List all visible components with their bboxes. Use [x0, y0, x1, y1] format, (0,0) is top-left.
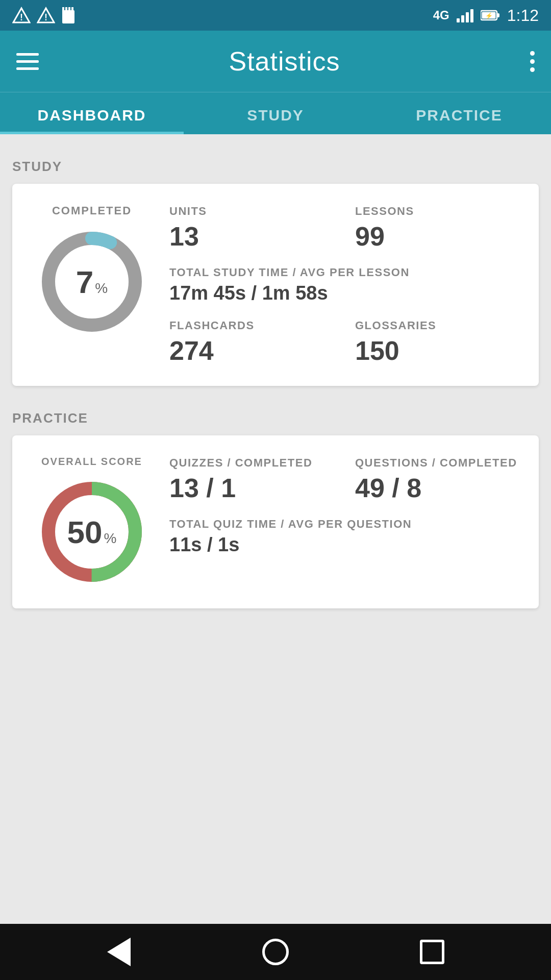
practice-donut-center: 50 % — [67, 513, 117, 550]
more-dot-2 — [530, 59, 535, 64]
practice-donut-wrapper: 50 % — [36, 476, 148, 588]
svg-rect-6 — [65, 7, 67, 12]
stat-questions: QUESTIONS / COMPLETED 49 / 8 — [355, 456, 520, 503]
stat-flashcards-value: 274 — [169, 336, 335, 365]
svg-rect-8 — [71, 7, 73, 12]
hamburger-line-1 — [16, 53, 39, 56]
stat-glossaries: GLOSSARIES 150 — [355, 318, 520, 365]
content-area: STUDY COMPLETED 7 % — [0, 134, 551, 924]
practice-section-label: PRACTICE — [12, 410, 539, 426]
study-donut-center: 7 % — [76, 264, 108, 300]
svg-rect-10 — [497, 13, 499, 17]
study-card: COMPLETED 7 % — [12, 184, 539, 386]
stat-study-time-label: TOTAL STUDY TIME / AVG PER LESSON — [169, 265, 520, 280]
status-bar: ! ! 4G ⚡ 1:12 — [0, 0, 551, 31]
app-bar: Statistics — [0, 31, 551, 92]
svg-text:!: ! — [44, 12, 47, 22]
svg-rect-5 — [62, 7, 64, 12]
stat-study-time-value: 17m 45s / 1m 58s — [169, 283, 520, 304]
tab-practice[interactable]: PRACTICE — [367, 92, 551, 134]
study-donut-container: COMPLETED 7 % — [31, 204, 153, 338]
stat-glossaries-value: 150 — [355, 336, 520, 365]
study-donut-wrapper: 7 % — [36, 226, 148, 338]
warning-icon-2: ! — [37, 6, 55, 24]
svg-text:⚡: ⚡ — [485, 12, 492, 19]
study-percent-value: 7 — [76, 264, 93, 300]
recents-button[interactable] — [417, 937, 447, 967]
back-triangle-icon — [107, 938, 131, 966]
signal-icon — [457, 8, 473, 22]
study-stats-grid: UNITS 13 LESSONS 99 TOTAL STUDY TIME / A… — [169, 204, 520, 365]
stat-quizzes: QUIZZES / COMPLETED 13 / 1 — [169, 456, 335, 503]
tab-dashboard[interactable]: DASHBOARD — [0, 92, 184, 134]
more-options-icon[interactable] — [530, 51, 535, 72]
stat-quizzes-value: 13 / 1 — [169, 474, 335, 503]
practice-stats-grid: QUIZZES / COMPLETED 13 / 1 QUESTIONS / C… — [169, 456, 520, 556]
back-button[interactable] — [104, 937, 134, 967]
svg-rect-7 — [68, 7, 70, 12]
stat-glossaries-label: GLOSSARIES — [355, 318, 520, 333]
stat-units: UNITS 13 — [169, 204, 335, 251]
page-title: Statistics — [229, 46, 340, 77]
svg-text:!: ! — [20, 12, 23, 22]
network-label: 4G — [433, 8, 449, 22]
stat-quizzes-label: QUIZZES / COMPLETED — [169, 456, 335, 471]
time-display: 1:12 — [507, 6, 539, 25]
practice-percent-sign: % — [104, 530, 117, 546]
hamburger-menu-icon[interactable] — [16, 53, 39, 70]
stat-lessons-value: 99 — [355, 222, 520, 251]
sd-card-icon — [61, 6, 76, 24]
stat-flashcards: FLASHCARDS 274 — [169, 318, 335, 365]
battery-icon: ⚡ — [481, 10, 500, 21]
tab-study[interactable]: STUDY — [184, 92, 367, 134]
status-bar-left: ! ! — [12, 6, 76, 24]
practice-card: OVERALL SCORE 50 % QUI — [12, 435, 539, 608]
stat-units-label: UNITS — [169, 204, 335, 219]
stat-quiz-time-value: 11s / 1s — [169, 534, 520, 556]
stat-quiz-time: TOTAL QUIZ TIME / AVG PER QUESTION 11s /… — [169, 517, 520, 556]
more-dot-3 — [530, 67, 535, 72]
stat-units-value: 13 — [169, 222, 335, 251]
practice-donut-label: OVERALL SCORE — [41, 456, 142, 468]
home-circle-icon — [262, 939, 289, 965]
stat-lessons: LESSONS 99 — [355, 204, 520, 251]
practice-donut-container: OVERALL SCORE 50 % — [31, 456, 153, 588]
warning-icon-1: ! — [12, 6, 31, 24]
stat-questions-value: 49 / 8 — [355, 474, 520, 503]
stat-lessons-label: LESSONS — [355, 204, 520, 219]
more-dot-1 — [530, 51, 535, 56]
nav-bar — [0, 924, 551, 980]
stat-quiz-time-label: TOTAL QUIZ TIME / AVG PER QUESTION — [169, 517, 520, 532]
stat-study-time: TOTAL STUDY TIME / AVG PER LESSON 17m 45… — [169, 265, 520, 304]
practice-percent-value: 50 — [67, 513, 103, 550]
stat-flashcards-label: FLASHCARDS — [169, 318, 335, 333]
tab-bar: DASHBOARD STUDY PRACTICE — [0, 92, 551, 134]
home-button[interactable] — [260, 937, 291, 967]
recents-square-icon — [420, 940, 444, 964]
hamburger-line-2 — [16, 60, 39, 63]
study-donut-label: COMPLETED — [52, 204, 132, 217]
status-bar-right: 4G ⚡ 1:12 — [433, 6, 539, 25]
stat-questions-label: QUESTIONS / COMPLETED — [355, 456, 520, 471]
study-percent-sign: % — [95, 280, 108, 297]
study-section-label: STUDY — [12, 159, 539, 175]
hamburger-line-3 — [16, 67, 39, 70]
